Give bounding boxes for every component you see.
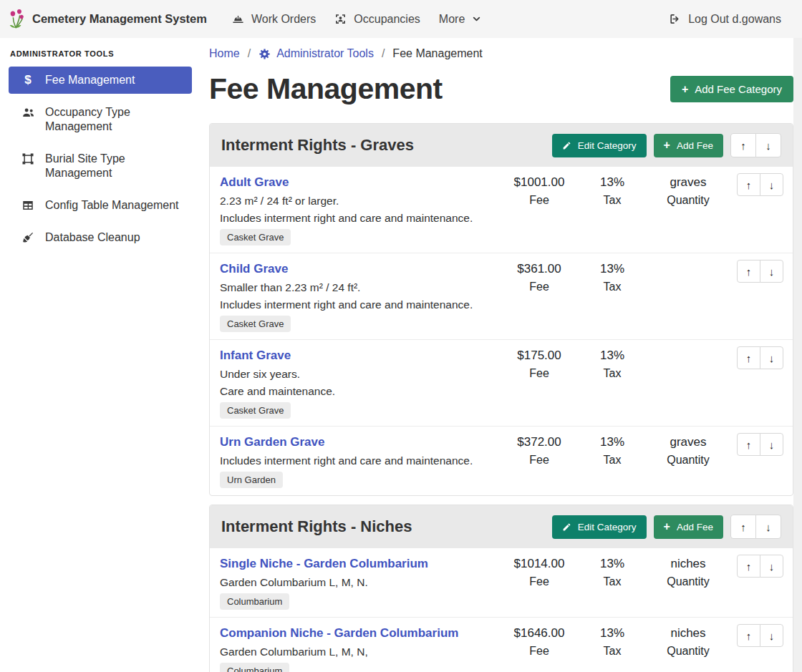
edit-category-button[interactable]: Edit Category [552,134,647,157]
fee-move-up-button[interactable]: ↑ [737,346,760,369]
fee-reorder-group: ↑ ↓ [737,173,783,196]
fee-move-down-button[interactable]: ↓ [760,260,783,283]
fee-description: Includes interment right and care and ma… [220,210,783,225]
hard-hat-icon [232,13,244,25]
logout-button[interactable]: Log Out d.gowans [660,7,791,31]
scrollbar-track[interactable] [793,38,802,672]
category-title: Interment Rights - Graves [221,136,552,155]
nav-links: Work Orders Occupancies More [223,7,491,31]
dollar-icon: $ [20,74,36,87]
fee-amount: $372.00 [500,433,579,451]
nav-work-orders[interactable]: Work Orders [223,7,325,31]
fee-row-urn-garden-grave: Urn Garden Grave Includes interment righ… [210,426,793,495]
sidebar-item-label: Burial Site Type Management [45,152,180,180]
fee-amount: $1646.00 [500,624,579,642]
fee-move-down-button[interactable]: ↓ [760,433,783,456]
fee-name-link[interactable]: Companion Niche - Garden Columbarium [220,624,458,642]
fee-category-card-graves: Interment Rights - Graves Edit Category … [209,123,793,496]
fee-amount: $1014.00 [500,555,579,573]
tax-label: Tax [576,573,648,590]
fee-label: Fee [500,642,579,660]
vector-square-icon [20,152,36,165]
breadcrumb-separator: / [382,47,385,60]
tulip-logo-icon [7,9,26,29]
fee-type-badge: Casket Grave [220,316,291,332]
fee-description: Care and maintenance. [220,384,783,399]
category-header: Interment Rights - Graves Edit Category … [210,124,793,167]
sidebar-heading: ADMINISTRATOR TOOLS [9,45,192,67]
nav-more[interactable]: More [430,7,491,31]
breadcrumb-home-link[interactable]: Home [209,47,240,60]
fee-row-child-grave: Child Grave Smaller than 2.23 m² / 24 ft… [210,253,793,339]
category-move-down-button[interactable]: ↓ [755,133,781,157]
sidebar-item-config-table-management[interactable]: Config Table Management [9,192,192,219]
plus-icon: + [664,522,670,531]
quantity-unit: niches [647,624,730,642]
sidebar-item-occupancy-type-management[interactable]: Occupancy Type Management [9,99,192,140]
category-move-up-button[interactable]: ↑ [730,515,756,539]
edit-category-button[interactable]: Edit Category [552,515,647,539]
sidebar-item-burial-site-type-management[interactable]: Burial Site Type Management [9,145,192,187]
plus-icon: + [664,141,670,150]
fee-amount: $175.00 [500,346,579,364]
fee-name-link[interactable]: Adult Grave [220,173,289,191]
app-brand[interactable]: Cemetery Management System [7,9,207,29]
fee-label: Fee [500,451,579,469]
fee-row-infant-grave: Infant Grave Under six years. Care and m… [210,339,793,426]
fee-move-up-button[interactable]: ↑ [737,260,760,283]
fee-row-companion-niche: Companion Niche - Garden Columbarium Gar… [210,617,793,672]
button-label: Edit Category [578,140,637,151]
fee-row-single-niche: Single Niche - Garden Columbarium Garden… [210,548,793,617]
fee-name-link[interactable]: Infant Grave [220,346,291,364]
tax-value: 13% [576,260,648,278]
quantity-label: Quantity [647,642,730,660]
fee-move-up-button[interactable]: ↑ [737,624,760,647]
fee-type-badge: Urn Garden [220,472,283,488]
add-fee-category-button[interactable]: + Add Fee Category [670,76,793,102]
breadcrumb-current: Fee Management [392,47,482,60]
add-fee-button[interactable]: + Add Fee [654,515,723,539]
table-icon [20,199,36,212]
tax-label: Tax [576,642,648,660]
fee-type-badge: Columbarium [220,593,289,610]
sidebar-item-label: Fee Management [45,73,135,87]
category-reorder-group: ↑ ↓ [730,133,781,157]
fee-type-badge: Casket Grave [220,402,291,419]
nav-label: Occupancies [354,13,420,26]
fee-reorder-group: ↑ ↓ [737,624,783,647]
sidebar: ADMINISTRATOR TOOLS $ Fee Management Occ… [0,38,200,672]
sidebar-item-database-cleanup[interactable]: Database Cleanup [9,224,192,251]
occupant-frame-icon [334,13,347,25]
fee-move-down-button[interactable]: ↓ [760,173,783,196]
fee-move-down-button[interactable]: ↓ [760,346,783,369]
fee-category-card-niches: Interment Rights - Niches Edit Category … [209,505,793,672]
fee-move-up-button[interactable]: ↑ [737,173,760,196]
add-fee-button[interactable]: + Add Fee [654,134,723,157]
sidebar-item-fee-management[interactable]: $ Fee Management [9,67,192,94]
category-move-down-button[interactable]: ↓ [755,515,781,539]
fee-move-down-button[interactable]: ↓ [760,555,783,578]
category-move-up-button[interactable]: ↑ [730,133,756,157]
nav-occupancies[interactable]: Occupancies [325,7,430,31]
fee-amount: $1001.00 [500,173,579,191]
tax-label: Tax [576,364,648,382]
tax-value: 13% [576,433,648,451]
quantity-unit: niches [647,555,730,573]
breadcrumb-admin-tools-link[interactable]: Administrator Tools [259,47,374,60]
fee-move-down-button[interactable]: ↓ [760,624,783,647]
fee-name-link[interactable]: Child Grave [220,260,288,278]
breadcrumb: Home / Administrator Tools / Fee Manag [209,47,793,60]
fee-move-up-button[interactable]: ↑ [737,433,760,456]
fee-name-link[interactable]: Single Niche - Garden Columbarium [220,555,428,573]
pencil-icon [562,141,571,150]
fee-move-up-button[interactable]: ↑ [737,555,760,578]
logout-label: Log Out d.gowans [688,13,781,26]
fee-name-link[interactable]: Urn Garden Grave [220,433,324,451]
nav-label: More [439,13,465,26]
quantity-label: Quantity [647,191,730,209]
page-title: Fee Management [209,72,443,106]
category-title: Interment Rights - Niches [221,517,552,536]
tax-value: 13% [576,624,648,642]
broom-icon [20,231,36,244]
users-icon [20,106,36,120]
